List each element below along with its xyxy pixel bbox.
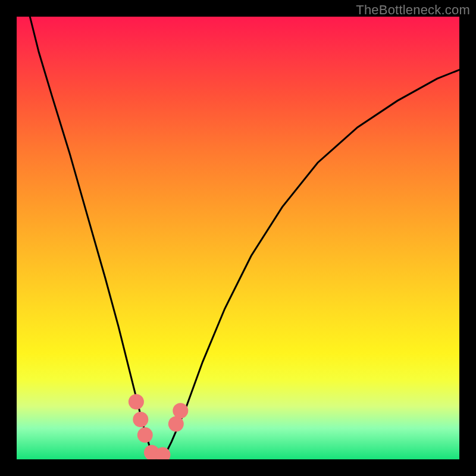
watermark-text: TheBottleneck.com — [356, 2, 470, 18]
left-dot-1 — [129, 394, 144, 409]
chart-frame: TheBottleneck.com — [0, 0, 476, 476]
marker-group — [129, 394, 188, 459]
chart-plot-area — [17, 17, 459, 459]
left-dot-2 — [133, 412, 148, 427]
bottleneck-curve — [30, 17, 459, 457]
chart-svg — [17, 17, 459, 459]
left-dot-3 — [137, 427, 153, 443]
right-dot-2 — [173, 403, 188, 418]
right-dot-1 — [168, 416, 184, 432]
